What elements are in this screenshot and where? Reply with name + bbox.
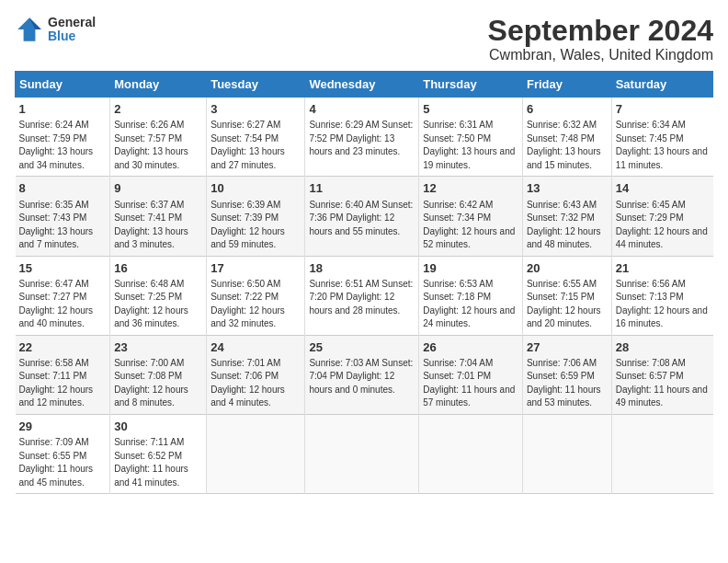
calendar-cell: 15Sunrise: 6:47 AM Sunset: 7:27 PM Dayli…	[16, 256, 110, 335]
day-info: Sunrise: 6:27 AM Sunset: 7:54 PM Dayligh…	[210, 119, 301, 172]
day-info: Sunrise: 6:56 AM Sunset: 7:13 PM Dayligh…	[616, 278, 710, 331]
calendar-cell: 28Sunrise: 7:08 AM Sunset: 6:57 PM Dayli…	[611, 335, 712, 414]
day-info: Sunrise: 6:29 AM Sunset: 7:52 PM Dayligh…	[309, 119, 415, 159]
day-info: Sunrise: 6:53 AM Sunset: 7:18 PM Dayligh…	[423, 278, 518, 331]
day-number: 2	[114, 101, 202, 118]
day-number: 29	[19, 419, 107, 435]
day-number: 8	[19, 180, 107, 197]
day-number: 22	[19, 339, 107, 356]
day-number: 27	[527, 339, 608, 356]
day-number: 1	[19, 101, 107, 118]
page-header: General Blue September 2024 Cwmbran, Wal…	[15, 15, 713, 63]
calendar-cell: 21Sunrise: 6:56 AM Sunset: 7:13 PM Dayli…	[611, 256, 712, 335]
day-info: Sunrise: 6:32 AM Sunset: 7:48 PM Dayligh…	[527, 119, 608, 172]
logo-icon	[15, 15, 44, 44]
day-info: Sunrise: 6:45 AM Sunset: 7:29 PM Dayligh…	[616, 199, 710, 252]
calendar-cell: 16Sunrise: 6:48 AM Sunset: 7:25 PM Dayli…	[110, 256, 207, 335]
calendar-cell: 8Sunrise: 6:35 AM Sunset: 7:43 PM Daylig…	[16, 177, 110, 256]
header-day: Wednesday	[305, 72, 419, 98]
calendar-cell: 1Sunrise: 6:24 AM Sunset: 7:59 PM Daylig…	[16, 98, 110, 177]
header-day: Friday	[522, 72, 611, 98]
day-info: Sunrise: 6:48 AM Sunset: 7:25 PM Dayligh…	[114, 278, 202, 331]
day-info: Sunrise: 6:50 AM Sunset: 7:22 PM Dayligh…	[210, 278, 301, 331]
calendar-body: 1Sunrise: 6:24 AM Sunset: 7:59 PM Daylig…	[16, 98, 713, 494]
calendar-cell: 29Sunrise: 7:09 AM Sunset: 6:55 PM Dayli…	[16, 414, 110, 493]
logo-general: General	[48, 16, 96, 29]
day-info: Sunrise: 7:04 AM Sunset: 7:01 PM Dayligh…	[423, 357, 518, 410]
day-info: Sunrise: 7:08 AM Sunset: 6:57 PM Dayligh…	[616, 357, 710, 410]
calendar-cell: 6Sunrise: 6:32 AM Sunset: 7:48 PM Daylig…	[522, 98, 611, 177]
day-number: 5	[423, 101, 518, 118]
calendar-week-row: 1Sunrise: 6:24 AM Sunset: 7:59 PM Daylig…	[16, 98, 713, 177]
calendar-cell: 18Sunrise: 6:51 AM Sunset: 7:20 PM Dayli…	[305, 256, 419, 335]
calendar-cell: 11Sunrise: 6:40 AM Sunset: 7:36 PM Dayli…	[305, 177, 419, 256]
calendar-cell	[522, 414, 611, 493]
day-info: Sunrise: 7:09 AM Sunset: 6:55 PM Dayligh…	[19, 436, 107, 489]
day-number: 28	[616, 339, 710, 356]
day-info: Sunrise: 7:03 AM Sunset: 7:04 PM Dayligh…	[309, 357, 415, 397]
calendar-subtitle: Cwmbran, Wales, United Kingdom	[488, 47, 713, 63]
calendar-week-row: 22Sunrise: 6:58 AM Sunset: 7:11 PM Dayli…	[16, 335, 713, 414]
calendar-cell	[611, 414, 712, 493]
day-info: Sunrise: 6:55 AM Sunset: 7:15 PM Dayligh…	[527, 278, 608, 331]
day-number: 17	[210, 260, 301, 277]
day-number: 10	[210, 180, 301, 197]
day-info: Sunrise: 6:31 AM Sunset: 7:50 PM Dayligh…	[423, 119, 518, 172]
calendar-cell: 26Sunrise: 7:04 AM Sunset: 7:01 PM Dayli…	[419, 335, 523, 414]
calendar-cell: 25Sunrise: 7:03 AM Sunset: 7:04 PM Dayli…	[305, 335, 419, 414]
calendar-cell: 12Sunrise: 6:42 AM Sunset: 7:34 PM Dayli…	[419, 177, 523, 256]
calendar-week-row: 15Sunrise: 6:47 AM Sunset: 7:27 PM Dayli…	[16, 256, 713, 335]
calendar-cell: 5Sunrise: 6:31 AM Sunset: 7:50 PM Daylig…	[419, 98, 523, 177]
day-number: 24	[210, 339, 301, 356]
calendar-week-row: 29Sunrise: 7:09 AM Sunset: 6:55 PM Dayli…	[16, 414, 713, 493]
header-day: Sunday	[16, 72, 110, 98]
calendar-cell: 3Sunrise: 6:27 AM Sunset: 7:54 PM Daylig…	[207, 98, 305, 177]
calendar-cell: 9Sunrise: 6:37 AM Sunset: 7:41 PM Daylig…	[110, 177, 207, 256]
calendar-cell: 19Sunrise: 6:53 AM Sunset: 7:18 PM Dayli…	[419, 256, 523, 335]
day-number: 16	[114, 260, 202, 277]
header-day: Tuesday	[207, 72, 305, 98]
day-number: 19	[423, 260, 518, 277]
day-number: 20	[527, 260, 608, 277]
calendar-cell	[419, 414, 523, 493]
calendar-title: September 2024	[488, 15, 713, 47]
day-info: Sunrise: 6:40 AM Sunset: 7:36 PM Dayligh…	[309, 199, 415, 239]
day-number: 11	[309, 180, 415, 197]
day-info: Sunrise: 6:39 AM Sunset: 7:39 PM Dayligh…	[210, 199, 301, 252]
calendar-cell: 7Sunrise: 6:34 AM Sunset: 7:45 PM Daylig…	[611, 98, 712, 177]
day-number: 18	[309, 260, 415, 277]
day-number: 4	[309, 101, 415, 118]
header-day: Monday	[110, 72, 207, 98]
header-row: SundayMondayTuesdayWednesdayThursdayFrid…	[16, 72, 713, 98]
day-number: 30	[114, 419, 202, 435]
day-info: Sunrise: 6:51 AM Sunset: 7:20 PM Dayligh…	[309, 278, 415, 318]
title-block: September 2024 Cwmbran, Wales, United Ki…	[488, 15, 713, 63]
calendar-week-row: 8Sunrise: 6:35 AM Sunset: 7:43 PM Daylig…	[16, 177, 713, 256]
day-info: Sunrise: 6:26 AM Sunset: 7:57 PM Dayligh…	[114, 119, 202, 172]
day-number: 26	[423, 339, 518, 356]
calendar-cell: 4Sunrise: 6:29 AM Sunset: 7:52 PM Daylig…	[305, 98, 419, 177]
day-info: Sunrise: 6:43 AM Sunset: 7:32 PM Dayligh…	[527, 199, 608, 252]
day-info: Sunrise: 7:11 AM Sunset: 6:52 PM Dayligh…	[114, 436, 202, 489]
logo-text: General Blue	[48, 16, 96, 44]
day-info: Sunrise: 7:00 AM Sunset: 7:08 PM Dayligh…	[114, 357, 202, 410]
day-info: Sunrise: 6:37 AM Sunset: 7:41 PM Dayligh…	[114, 199, 202, 252]
day-info: Sunrise: 7:01 AM Sunset: 7:06 PM Dayligh…	[210, 357, 301, 410]
header-day: Thursday	[419, 72, 523, 98]
day-number: 3	[210, 101, 301, 118]
calendar-cell: 10Sunrise: 6:39 AM Sunset: 7:39 PM Dayli…	[207, 177, 305, 256]
day-number: 14	[616, 180, 710, 197]
day-number: 12	[423, 180, 518, 197]
day-info: Sunrise: 6:35 AM Sunset: 7:43 PM Dayligh…	[19, 199, 107, 252]
day-number: 13	[527, 180, 608, 197]
day-info: Sunrise: 6:47 AM Sunset: 7:27 PM Dayligh…	[19, 278, 107, 331]
calendar-cell: 2Sunrise: 6:26 AM Sunset: 7:57 PM Daylig…	[110, 98, 207, 177]
day-info: Sunrise: 6:24 AM Sunset: 7:59 PM Dayligh…	[19, 119, 107, 172]
calendar-cell: 14Sunrise: 6:45 AM Sunset: 7:29 PM Dayli…	[611, 177, 712, 256]
logo: General Blue	[15, 15, 96, 44]
day-number: 23	[114, 339, 202, 356]
day-info: Sunrise: 6:34 AM Sunset: 7:45 PM Dayligh…	[616, 119, 710, 172]
calendar-cell: 17Sunrise: 6:50 AM Sunset: 7:22 PM Dayli…	[207, 256, 305, 335]
calendar-cell	[207, 414, 305, 493]
calendar-cell	[305, 414, 419, 493]
